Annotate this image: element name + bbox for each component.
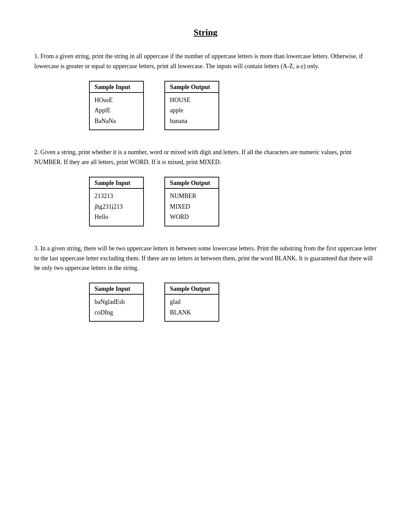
problem-3-input-header: Sample Input [90,283,143,295]
list-item: ApplE [95,105,138,116]
problem-1-input-body: HOusE ApplE BaNaNa [90,93,143,130]
list-item: HOusE [95,95,138,106]
list-item: Hello [95,212,138,222]
problem-1-text: 1. From a given string, print the string… [34,51,377,71]
page-title: String [34,27,377,38]
problem-1-tables: Sample Input HOusE ApplE BaNaNa Sample O… [89,81,377,131]
problem-1-output-table: Sample Output HOUSE apple banana [164,81,219,131]
problem-3-input-body: baNgladEsh coDIng [90,295,143,321]
list-item: glad [170,297,214,307]
problem-1-output-header: Sample Output [165,82,219,93]
problem-1-output-body: HOUSE apple banana [165,93,219,130]
list-item: BLANK [170,307,214,318]
problem-1-section: 1. From a given string, print the string… [34,51,377,130]
problem-2-output-body: NUMBER MIXED WORD [165,189,219,226]
problem-3-section: 3. In a given string, there will be two … [34,244,377,322]
problem-3-input-table: Sample Input baNgladEsh coDIng [89,283,144,322]
list-item: BaNaNa [95,116,138,126]
problem-3-tables: Sample Input baNgladEsh coDIng Sample Ou… [89,283,377,322]
problem-2-section: 2. Given a string, print whether it is a… [34,147,377,226]
problem-3-output-table: Sample Output glad BLANK [164,283,219,322]
list-item: WORD [170,212,214,222]
problem-3-text: 3. In a given string, there will be two … [34,244,377,273]
problem-2-tables: Sample Input 213213 jhg231j213 Hello Sam… [89,177,377,226]
problem-1-input-table: Sample Input HOusE ApplE BaNaNa [89,81,144,131]
list-item: jhg231j213 [95,201,138,212]
list-item: baNgladEsh [95,297,138,307]
problem-1-input-header: Sample Input [90,82,143,93]
list-item: MIXED [170,201,214,212]
list-item: banana [170,116,214,126]
problem-2-text: 2. Given a string, print whether it is a… [34,147,377,167]
problem-2-input-header: Sample Input [90,177,143,189]
list-item: 213213 [95,191,138,201]
problem-2-input-body: 213213 jhg231j213 Hello [90,189,143,226]
problem-2-output-table: Sample Output NUMBER MIXED WORD [164,177,219,226]
problem-2-output-header: Sample Output [165,177,219,189]
list-item: HOUSE [170,95,214,106]
problem-3-output-body: glad BLANK [165,295,219,321]
problem-3-output-header: Sample Output [165,283,219,295]
list-item: apple [170,105,214,116]
list-item: coDIng [95,307,138,318]
list-item: NUMBER [170,191,214,201]
problem-2-input-table: Sample Input 213213 jhg231j213 Hello [89,177,144,226]
